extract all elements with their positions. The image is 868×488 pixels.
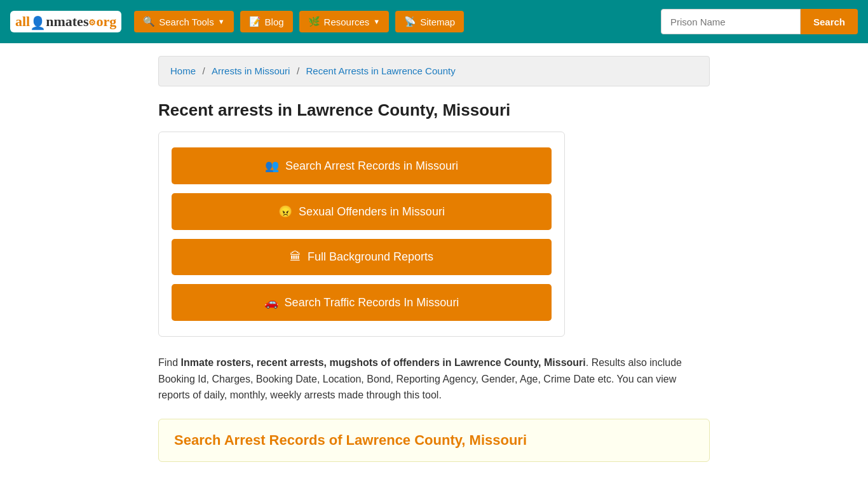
traffic-records-button[interactable]: 🚗 Search Traffic Records In Missouri bbox=[172, 284, 552, 321]
search-tools-icon: 🔍 bbox=[143, 16, 155, 27]
logo-inmates: nmates bbox=[46, 13, 88, 29]
navbar: all👤nmates⚙org 🔍 Search Tools ▼ 📝 Blog 🌿… bbox=[0, 0, 868, 43]
logo-all: all bbox=[15, 13, 30, 29]
resources-button[interactable]: 🌿 Resources ▼ bbox=[299, 11, 390, 32]
search-tools-button[interactable]: 🔍 Search Tools ▼ bbox=[134, 11, 233, 32]
sexual-offenders-icon: 😠 bbox=[278, 205, 292, 219]
page-title: Recent arrests in Lawrence County, Misso… bbox=[158, 100, 710, 120]
resources-icon: 🌿 bbox=[308, 16, 320, 27]
sexual-offenders-label: Sexual Offenders in Missouri bbox=[299, 205, 445, 219]
search-tools-label: Search Tools bbox=[159, 17, 214, 27]
search-arrest-icon: 👥 bbox=[265, 159, 279, 173]
navbar-search-button[interactable]: Search bbox=[801, 9, 858, 34]
blog-button[interactable]: 📝 Blog bbox=[240, 11, 293, 32]
navbar-search: Search bbox=[661, 9, 858, 34]
description: Find Inmate rosters, recent arrests, mug… bbox=[158, 355, 710, 403]
main-content: Home / Arrests in Missouri / Recent Arre… bbox=[148, 43, 720, 487]
logo-text: all👤nmates⚙org bbox=[15, 13, 116, 30]
background-reports-icon: 🏛 bbox=[290, 250, 301, 264]
blog-label: Blog bbox=[265, 17, 284, 27]
logo[interactable]: all👤nmates⚙org bbox=[10, 11, 121, 33]
breadcrumb-sep-2: / bbox=[297, 65, 299, 76]
breadcrumb: Home / Arrests in Missouri / Recent Arre… bbox=[158, 56, 710, 86]
action-buttons-box: 👥 Search Arrest Records in Missouri 😠 Se… bbox=[158, 132, 565, 337]
traffic-records-icon: 🚗 bbox=[264, 295, 278, 309]
resources-arrow: ▼ bbox=[373, 18, 380, 25]
logo-inmate-icon: 👤 bbox=[30, 15, 46, 29]
background-reports-button[interactable]: 🏛 Full Background Reports bbox=[172, 239, 552, 275]
breadcrumb-home[interactable]: Home bbox=[170, 65, 196, 76]
logo-org: org bbox=[96, 13, 116, 29]
search-tools-arrow: ▼ bbox=[218, 18, 225, 25]
sexual-offenders-button[interactable]: 😠 Sexual Offenders in Missouri bbox=[172, 193, 552, 230]
prison-name-input[interactable] bbox=[661, 9, 801, 34]
description-bold: Inmate rosters, recent arrests, mugshots… bbox=[181, 357, 586, 368]
blog-icon: 📝 bbox=[249, 16, 261, 27]
arrest-search-title: Search Arrest Records of Lawrence County… bbox=[174, 432, 694, 449]
arrest-search-section: Search Arrest Records of Lawrence County… bbox=[158, 419, 710, 462]
resources-label: Resources bbox=[324, 17, 370, 27]
description-intro: Find bbox=[158, 357, 181, 368]
traffic-records-label: Search Traffic Records In Missouri bbox=[285, 296, 459, 309]
logo-gear: ⚙ bbox=[88, 17, 96, 27]
breadcrumb-arrests-missouri[interactable]: Arrests in Missouri bbox=[212, 65, 290, 76]
navbar-search-label: Search bbox=[813, 17, 845, 27]
search-arrest-label: Search Arrest Records in Missouri bbox=[285, 159, 458, 173]
sitemap-icon: 📡 bbox=[404, 16, 416, 27]
search-arrest-button[interactable]: 👥 Search Arrest Records in Missouri bbox=[172, 147, 552, 184]
sitemap-label: Sitemap bbox=[420, 17, 455, 27]
background-reports-label: Full Background Reports bbox=[308, 250, 433, 264]
sitemap-button[interactable]: 📡 Sitemap bbox=[395, 11, 464, 32]
breadcrumb-current[interactable]: Recent Arrests in Lawrence County bbox=[306, 65, 456, 76]
breadcrumb-sep-1: / bbox=[202, 65, 205, 76]
